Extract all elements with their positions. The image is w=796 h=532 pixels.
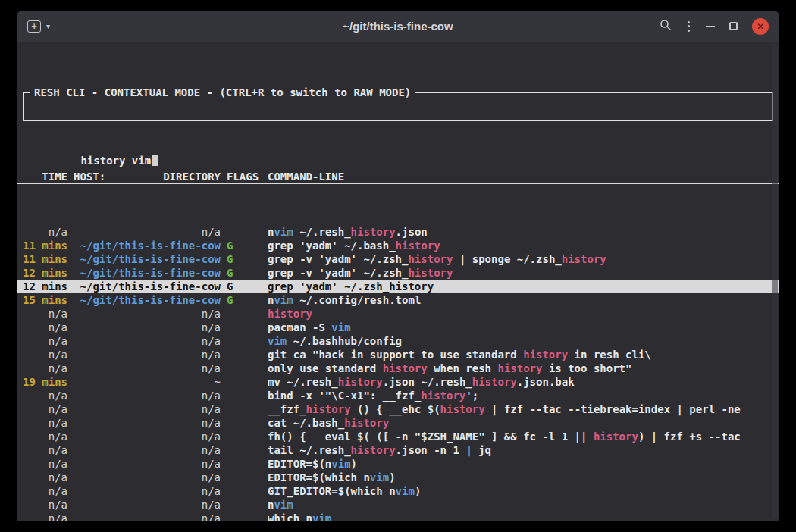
row-command: nvim ~/.resh_history.json xyxy=(268,225,773,239)
command-text: ~/.config/resh.toml xyxy=(293,294,422,306)
command-text: .json.bak xyxy=(517,376,575,388)
row-time: n/a xyxy=(23,402,67,416)
row-time: n/a xyxy=(23,307,67,321)
match-vim: vim xyxy=(312,512,331,521)
row-directory: n/a xyxy=(74,457,221,471)
row-time: n/a xyxy=(23,416,67,430)
history-row[interactable]: n/an/ahistory xyxy=(17,307,779,321)
row-time: n/a xyxy=(23,498,67,512)
tab-list-dropdown-button[interactable]: ▾ xyxy=(46,22,50,30)
command-text: | fzf --tac --tiebreak=index | perl -ne xyxy=(485,403,741,415)
history-row[interactable]: 15 mins~/git/this-is-fine-cowGnvim ~/.co… xyxy=(17,293,779,307)
row-time: n/a xyxy=(23,361,67,375)
command-text: bind -x '"\C-x1": __fzf_ xyxy=(268,390,421,402)
titlebar-left-group: + ▾ xyxy=(27,20,50,33)
row-command: git ca "hack in support to use standard … xyxy=(268,348,773,361)
restore-button[interactable] xyxy=(729,22,738,30)
row-directory: n/a xyxy=(74,512,221,521)
row-directory: n/a xyxy=(74,307,221,321)
history-row[interactable]: n/an/afh() { eval $( ([ -n "$ZSH_NAME" ]… xyxy=(17,430,779,443)
restore-icon xyxy=(729,22,738,30)
command-text: mv ~/.resh_ xyxy=(268,376,338,388)
history-row[interactable]: n/an/awhich nvim xyxy=(17,512,779,521)
command-text: '; xyxy=(465,390,478,402)
history-row[interactable]: n/an/aEDITOR=$(which nvim) xyxy=(17,471,779,484)
match-history: history xyxy=(344,417,389,429)
command-text: grep 'yadm' ~/.zsh_ xyxy=(268,280,389,293)
command-text: ~/.resh_ xyxy=(293,226,351,238)
terminal-window: + ▾ ~/git/this-is-fine-cow xyxy=(17,11,779,521)
row-command: only use standard history when resh hist… xyxy=(268,361,773,375)
command-text: __fzf_ xyxy=(268,403,306,415)
history-row[interactable]: 19 mins~mv ~/.resh_history.json ~/.resh_… xyxy=(17,375,779,389)
history-row[interactable]: 11 mins~/git/this-is-fine-cowGgrep -v 'y… xyxy=(17,252,779,266)
minimize-button[interactable] xyxy=(706,26,715,27)
command-text: ) xyxy=(389,471,395,483)
row-directory: ~/git/this-is-fine-cow xyxy=(74,280,221,293)
history-row[interactable]: 11 mins~/git/this-is-fine-cowGgrep 'yadm… xyxy=(17,239,779,252)
row-flags xyxy=(227,361,262,375)
match-history: history xyxy=(523,349,568,361)
match-history: history xyxy=(562,253,606,265)
row-flags xyxy=(227,389,262,402)
history-row[interactable]: n/an/anvim xyxy=(17,498,779,512)
row-flags xyxy=(227,471,262,484)
row-command: __fzf_history () { __ehc $(history | fzf… xyxy=(268,402,773,416)
text-cursor-block xyxy=(152,155,158,166)
row-flags xyxy=(227,443,262,457)
menu-button[interactable] xyxy=(686,20,691,33)
row-command: grep 'yadm' ~/.zsh_history xyxy=(268,280,773,293)
history-row[interactable]: 12 mins~/git/this-is-fine-cowGgrep 'yadm… xyxy=(17,280,779,293)
new-tab-icon: + xyxy=(27,20,41,33)
row-command: bind -x '"\C-x1": __fzf_history'; xyxy=(268,389,773,402)
match-vim: vim xyxy=(396,485,415,497)
row-command: nvim xyxy=(268,498,773,512)
row-command: nvim ~/.config/resh.toml xyxy=(268,293,773,307)
minimize-icon xyxy=(706,26,715,27)
search-button[interactable] xyxy=(660,19,672,33)
row-directory: n/a xyxy=(74,402,221,416)
command-text: EDITOR=$(which n xyxy=(268,471,370,483)
history-row[interactable]: n/an/a__fzf_history () { __ehc $(history… xyxy=(17,402,779,416)
history-row[interactable]: n/an/avim ~/.bashhub/config xyxy=(17,334,779,348)
new-tab-button[interactable]: + xyxy=(27,20,41,33)
row-directory: n/a xyxy=(74,348,221,361)
match-history: history xyxy=(396,239,440,252)
history-row[interactable]: n/an/anvim ~/.resh_history.json xyxy=(17,225,779,239)
history-row[interactable]: n/an/apacman -S vim xyxy=(17,321,779,334)
row-flags xyxy=(227,430,262,443)
scrollbar[interactable] xyxy=(772,44,778,518)
history-row[interactable]: n/an/agit ca "hack in support to use sta… xyxy=(17,348,779,361)
row-time: n/a xyxy=(23,389,67,402)
close-icon: ✕ xyxy=(757,22,764,31)
command-text: tail ~/.resh_ xyxy=(268,444,351,456)
history-row[interactable]: n/an/atail ~/.resh_history.json -n 1 | j… xyxy=(17,443,779,457)
history-row[interactable]: n/an/aonly use standard history when res… xyxy=(17,361,779,375)
row-time: n/a xyxy=(23,321,67,334)
history-row[interactable]: n/an/acat ~/.bash_history xyxy=(17,416,779,430)
row-flags xyxy=(227,225,262,239)
match-history: history xyxy=(268,308,312,320)
row-command: tail ~/.resh_history.json -n 1 | jq xyxy=(268,443,773,457)
row-time: n/a xyxy=(23,443,67,457)
match-history: history xyxy=(408,267,453,279)
history-row[interactable]: 12 mins~/git/this-is-fine-cowGgrep -v 'y… xyxy=(17,266,779,280)
match-history: history xyxy=(472,376,517,388)
row-directory: n/a xyxy=(74,498,221,512)
match-history: history xyxy=(389,280,434,293)
search-input[interactable]: history vim xyxy=(30,140,766,181)
close-button[interactable]: ✕ xyxy=(752,18,769,35)
history-row[interactable]: n/an/abind -x '"\C-x1": __fzf_history'; xyxy=(17,389,779,402)
match-history: history xyxy=(306,403,351,415)
command-text: only use standard xyxy=(268,362,383,374)
history-row[interactable]: n/an/aEDITOR=$(nvim) xyxy=(17,457,779,471)
row-directory: n/a xyxy=(74,361,221,375)
history-row[interactable]: n/an/aGIT_EDITOR=$(which nvim) xyxy=(17,484,779,498)
row-flags xyxy=(227,321,262,334)
row-command: EDITOR=$(nvim) xyxy=(268,457,773,471)
row-command: vim ~/.bashhub/config xyxy=(268,334,773,348)
match-history: history xyxy=(594,430,638,443)
row-directory: n/a xyxy=(74,471,221,484)
row-time: n/a xyxy=(23,334,67,348)
row-flags: G xyxy=(227,239,262,252)
